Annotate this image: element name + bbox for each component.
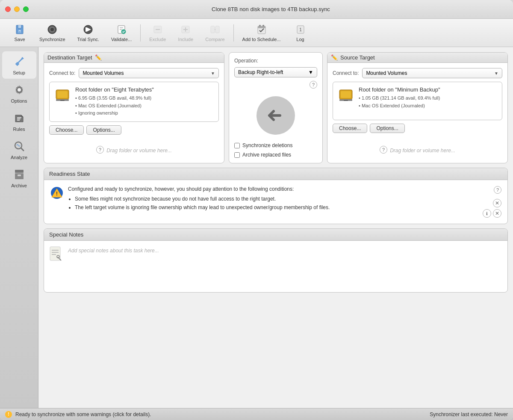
- include-button[interactable]: Include: [173, 21, 198, 44]
- dest-btn-row: Choose... Options...: [49, 125, 219, 135]
- src-select-arrow: ▼: [494, 71, 498, 76]
- rules-icon: [12, 111, 26, 125]
- trial-sync-button[interactable]: Trial Sync.: [72, 21, 105, 44]
- save-label: Save: [14, 37, 25, 42]
- edit-destination-icon[interactable]: ✏️: [95, 54, 102, 61]
- src-choose-btn[interactable]: Choose...: [333, 124, 367, 133]
- svg-rect-15: [258, 26, 265, 28]
- dest-volume-info: Root folder on "Eight Terabytes" • 6.95 …: [49, 82, 219, 122]
- svg-rect-12: [211, 26, 215, 33]
- save-button[interactable]: Save: [7, 21, 32, 44]
- destination-connect-row: Connect to: Mounted Volumes ▼: [49, 68, 219, 78]
- readiness-text-area: Configured and ready to synchronize, how…: [68, 186, 478, 212]
- sidebar-item-analyze[interactable]: Analyze: [2, 136, 36, 163]
- item1-dismiss-btn[interactable]: ✕: [493, 199, 501, 207]
- source-target-panel: ✏️ Source Target Connect to: Mounted Vol…: [327, 52, 508, 163]
- svg-point-22: [18, 88, 21, 92]
- log-label: Log: [296, 37, 304, 42]
- sync-deletions-checkbox[interactable]: [234, 143, 240, 148]
- arrow-circle: [256, 96, 295, 135]
- dest-help-btn[interactable]: ?: [96, 146, 104, 154]
- dest-connect-label: Connect to:: [49, 70, 75, 76]
- archive-replaced-checkbox[interactable]: [234, 152, 240, 158]
- minimize-button[interactable]: [14, 6, 20, 12]
- gear-icon: [12, 83, 26, 97]
- operation-select[interactable]: Backup Right-to-left ▼: [234, 67, 317, 77]
- status-right-text: Synchronizer last executed: Never: [430, 411, 508, 417]
- svg-point-4: [50, 28, 54, 31]
- toolbar-divider-1: [140, 24, 141, 41]
- sidebar-item-options[interactable]: Options: [2, 80, 36, 107]
- destination-target-title: Destination Target: [47, 54, 92, 61]
- edit-source-icon[interactable]: ✏️: [331, 54, 338, 61]
- sidebar-item-rules[interactable]: Rules: [2, 108, 36, 135]
- compare-button[interactable]: Compare: [200, 21, 230, 44]
- svg-rect-32: [341, 91, 351, 98]
- trial-sync-icon: [82, 24, 94, 35]
- op-select-arrow: ▼: [308, 69, 313, 75]
- validate-button[interactable]: Validate...: [106, 21, 137, 44]
- compare-icon: [209, 24, 221, 35]
- schedule-button[interactable]: Add to Schedule...: [237, 21, 286, 44]
- special-notes-title: Special Notes: [49, 231, 83, 238]
- special-notes-header: Special Notes: [44, 229, 507, 241]
- maximize-button[interactable]: [23, 6, 29, 12]
- synchronize-button[interactable]: Synchronize: [34, 21, 71, 44]
- dest-select-arrow: ▼: [211, 71, 215, 76]
- src-connect-select[interactable]: Mounted Volumes ▼: [362, 68, 502, 78]
- dest-connect-select[interactable]: Mounted Volumes ▼: [79, 68, 219, 78]
- item2-info-btn[interactable]: ℹ: [483, 209, 491, 218]
- readiness-warning-icon: !: [50, 186, 64, 200]
- targets-section: Destination Target ✏️ Connect to: Mounte…: [44, 52, 508, 163]
- analyze-icon: [12, 139, 26, 153]
- log-button[interactable]: 1 Log: [288, 21, 313, 44]
- dest-choose-btn[interactable]: Choose...: [49, 125, 84, 135]
- sync-deletions-label: Synchronize deletions: [242, 142, 292, 148]
- exclude-label: Exclude: [149, 37, 166, 42]
- item2-actions: ℹ ✕: [483, 209, 501, 218]
- dest-drag-zone: ? Drag folder or volume here...: [49, 138, 219, 158]
- exclude-button[interactable]: Exclude: [144, 21, 171, 44]
- dest-volume-details: Root folder on "Eight Terabytes" • 6.95 …: [75, 86, 214, 117]
- traffic-lights: [5, 6, 29, 12]
- content-area: Destination Target ✏️ Connect to: Mounte…: [38, 47, 513, 408]
- source-connect-row: Connect to: Mounted Volumes ▼: [333, 68, 502, 78]
- special-notes-panel: Special Notes Add special notes about th…: [44, 228, 508, 293]
- readiness-help-btn[interactable]: ?: [494, 186, 501, 194]
- main-layout: Setup Options: [0, 47, 513, 408]
- svg-rect-24: [15, 170, 24, 173]
- svg-rect-28: [57, 91, 68, 98]
- dest-connect-value: Mounted Volumes: [83, 70, 124, 76]
- src-meta-1: • 1.05 GB (321.14 GB avail, 69.4% full): [359, 95, 498, 102]
- toolbar-divider-2: [233, 24, 234, 41]
- svg-rect-34: [344, 100, 348, 101]
- dest-volume-meta: • 6.95 GB (3.55 GB avail, 48.9% full) • …: [75, 95, 214, 117]
- include-label: Include: [178, 37, 193, 42]
- dest-options-btn[interactable]: Options...: [86, 125, 121, 135]
- src-help-btn[interactable]: ?: [380, 146, 387, 154]
- sync-deletions-row: Synchronize deletions: [234, 142, 292, 148]
- src-options-btn[interactable]: Options...: [370, 124, 404, 133]
- item2-dismiss-btn[interactable]: ✕: [493, 209, 501, 218]
- src-drag-zone: ? Drag folder or volume here...: [333, 136, 502, 158]
- readiness-panel: Readiness State !: [44, 168, 508, 224]
- exclude-icon: [152, 24, 164, 35]
- svg-point-17: [262, 25, 264, 27]
- sidebar-item-setup[interactable]: Setup: [2, 51, 36, 79]
- sidebar-archive-label: Archive: [11, 183, 27, 188]
- src-volume-info: Root folder on "Mininum Backup" • 1.05 G…: [333, 82, 502, 120]
- schedule-label: Add to Schedule...: [242, 37, 281, 42]
- readiness-item-1: Some files might not synchronize because…: [75, 195, 478, 203]
- src-meta-2: • Mac OS Extended (Journaled): [359, 102, 498, 110]
- sync-label: Synchronize: [39, 37, 65, 42]
- source-target-title: Source Target: [340, 54, 375, 61]
- close-button[interactable]: [5, 6, 11, 12]
- op-help-btn[interactable]: ?: [310, 81, 317, 89]
- dest-meta-2: • Mac OS Extended (Journaled): [75, 102, 214, 110]
- sidebar-setup-label: Setup: [13, 70, 25, 75]
- src-connect-label: Connect to:: [333, 70, 359, 76]
- notes-hint: Add special notes about this task here..…: [68, 248, 159, 287]
- sidebar: Setup Options: [0, 47, 38, 408]
- svg-rect-13: [215, 26, 219, 33]
- sidebar-item-archive[interactable]: Archive: [2, 164, 36, 192]
